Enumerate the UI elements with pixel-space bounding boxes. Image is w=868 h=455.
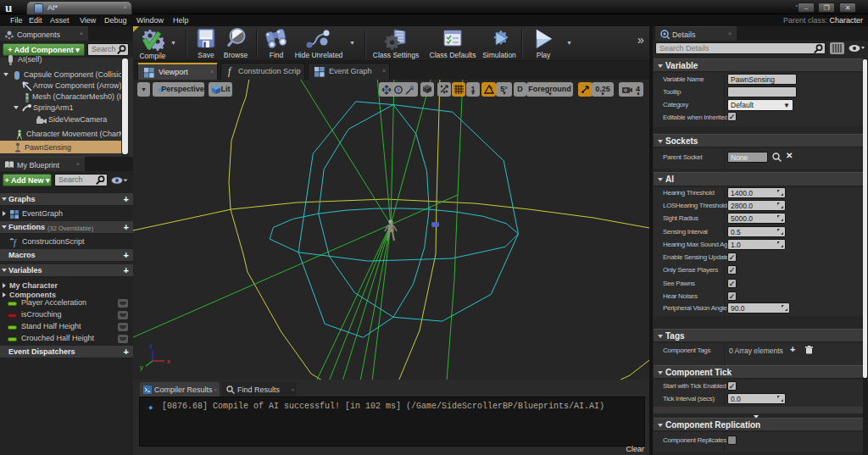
svg-text:y: y bbox=[140, 363, 143, 371]
svg-text:x: x bbox=[167, 358, 170, 365]
svg-text:f: f bbox=[14, 238, 17, 247]
svg-text:z: z bbox=[149, 342, 153, 350]
